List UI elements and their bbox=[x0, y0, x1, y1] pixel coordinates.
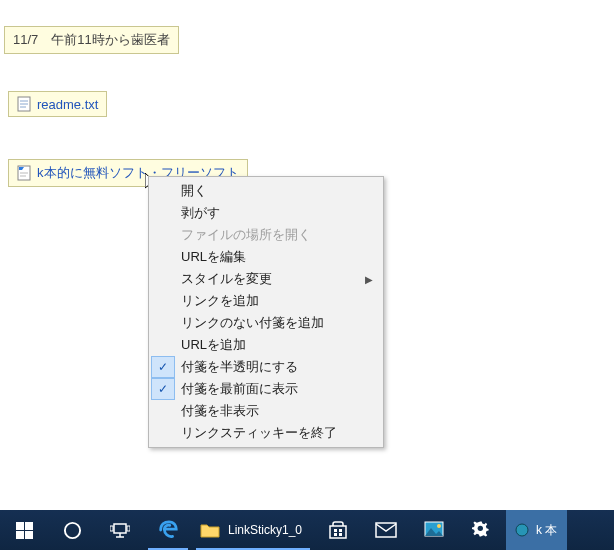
edge-button[interactable] bbox=[144, 510, 192, 550]
svg-rect-10 bbox=[25, 522, 33, 530]
settings-button[interactable] bbox=[458, 510, 506, 550]
svg-point-13 bbox=[64, 522, 79, 537]
svg-point-27 bbox=[437, 524, 441, 528]
explorer-folder-task[interactable]: LinkSticky1_0 bbox=[192, 510, 314, 550]
folder-icon bbox=[200, 522, 220, 538]
start-button[interactable] bbox=[0, 510, 48, 550]
taskbar: LinkSticky1_0 bbox=[0, 510, 614, 550]
sticky-text: readme.txt bbox=[37, 97, 98, 112]
svg-rect-15 bbox=[110, 526, 113, 531]
svg-rect-12 bbox=[25, 531, 33, 539]
svg-point-28 bbox=[478, 526, 483, 531]
task-view-button[interactable] bbox=[96, 510, 144, 550]
check-icon: ✓ bbox=[151, 378, 175, 400]
menu-label: スタイルを変更 bbox=[181, 270, 272, 288]
sticky-text: 11/7 午前11時から歯医者 bbox=[13, 31, 170, 49]
sticky-note-readme[interactable]: readme.txt bbox=[8, 91, 107, 117]
menu-item-always-on-top[interactable]: ✓ 付箋を最前面に表示 bbox=[151, 378, 381, 400]
menu-label: 付箋を半透明にする bbox=[181, 358, 298, 376]
menu-label: ファイルの場所を開く bbox=[181, 226, 311, 244]
menu-item-peel[interactable]: 剥がす bbox=[151, 202, 381, 224]
app-label: k 本 bbox=[536, 522, 557, 539]
sticky-note-appointment[interactable]: 11/7 午前11時から歯医者 bbox=[4, 26, 179, 54]
mail-button[interactable] bbox=[362, 510, 410, 550]
svg-rect-22 bbox=[334, 533, 337, 536]
photos-button[interactable] bbox=[410, 510, 458, 550]
svg-rect-11 bbox=[16, 531, 24, 539]
menu-label: リンクのない付箋を追加 bbox=[181, 314, 324, 332]
menu-label: 付箋を最前面に表示 bbox=[181, 380, 298, 398]
folder-label: LinkSticky1_0 bbox=[228, 523, 302, 537]
menu-item-edit-url[interactable]: URLを編集 bbox=[151, 246, 381, 268]
menu-item-hide-sticky[interactable]: 付箋を非表示 bbox=[151, 400, 381, 422]
menu-item-open[interactable]: 開く bbox=[151, 180, 381, 202]
menu-item-add-link[interactable]: リンクを追加 bbox=[151, 290, 381, 312]
menu-label: 開く bbox=[181, 182, 207, 200]
store-button[interactable] bbox=[314, 510, 362, 550]
chevron-right-icon: ▶ bbox=[365, 274, 373, 285]
context-menu: 開く 剥がす ファイルの場所を開く URLを編集 スタイルを変更 ▶ リンクを追… bbox=[148, 176, 384, 448]
svg-rect-14 bbox=[114, 524, 126, 533]
menu-label: URLを編集 bbox=[181, 248, 246, 266]
menu-label: 剥がす bbox=[181, 204, 220, 222]
svg-rect-21 bbox=[339, 529, 342, 532]
menu-item-open-location: ファイルの場所を開く bbox=[151, 224, 381, 246]
menu-item-add-nolink-sticky[interactable]: リンクのない付箋を追加 bbox=[151, 312, 381, 334]
svg-rect-16 bbox=[127, 526, 130, 531]
svg-rect-24 bbox=[376, 523, 396, 537]
svg-rect-23 bbox=[339, 533, 342, 536]
menu-item-add-url[interactable]: URLを追加 bbox=[151, 334, 381, 356]
menu-label: リンクを追加 bbox=[181, 292, 259, 310]
menu-label: 付箋を非表示 bbox=[181, 402, 259, 420]
menu-label: リンクスティッキーを終了 bbox=[181, 424, 337, 442]
linksticky-task[interactable]: k 本 bbox=[506, 510, 567, 550]
svg-rect-9 bbox=[16, 522, 24, 530]
svg-rect-20 bbox=[334, 529, 337, 532]
check-icon: ✓ bbox=[151, 356, 175, 378]
menu-label: URLを追加 bbox=[181, 336, 246, 354]
cortana-button[interactable] bbox=[48, 510, 96, 550]
svg-rect-19 bbox=[330, 526, 346, 538]
web-link-icon bbox=[17, 165, 31, 181]
menu-item-exit[interactable]: リンクスティッキーを終了 bbox=[151, 422, 381, 444]
app-icon bbox=[514, 522, 530, 538]
menu-item-semi-transparent[interactable]: ✓ 付箋を半透明にする bbox=[151, 356, 381, 378]
menu-item-change-style[interactable]: スタイルを変更 ▶ bbox=[151, 268, 381, 290]
text-file-icon bbox=[17, 96, 31, 112]
